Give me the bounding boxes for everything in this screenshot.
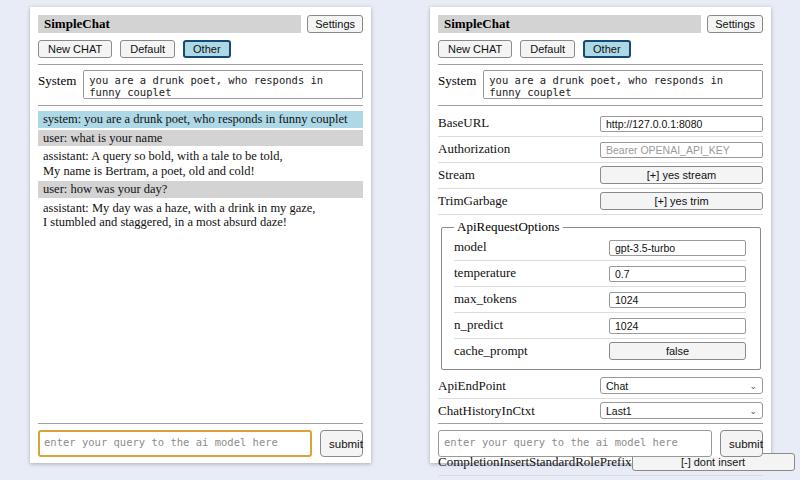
setting-row-stream: Stream [+] yes stream [438, 163, 763, 189]
system-label: System [438, 70, 476, 89]
max-tokens-label: max_tokens [454, 291, 517, 307]
chat-message-user: user: what is your name [38, 130, 363, 147]
divider [438, 423, 763, 424]
trimgarbage-toggle-button[interactable]: [+] yes trim [600, 192, 763, 210]
session-button-default[interactable]: Default [120, 40, 175, 58]
app-title: SimpleChat [438, 15, 701, 33]
cache-prompt-label: cache_prompt [454, 343, 528, 359]
divider [438, 105, 763, 106]
session-button-other[interactable]: Other [583, 40, 631, 58]
divider [438, 64, 763, 65]
api-request-options-fieldset: ApiRequestOptions model temperature max_… [441, 219, 761, 370]
model-label: model [454, 239, 487, 255]
setting-row-max-tokens: max_tokens [454, 287, 746, 313]
temperature-input[interactable] [609, 266, 746, 282]
baseurl-input[interactable] [600, 116, 763, 132]
submit-button[interactable]: submit [720, 430, 763, 457]
query-area: submit [38, 423, 363, 457]
app-header: SimpleChat Settings [438, 15, 763, 33]
api-endpoint-select[interactable]: Chat ⌄ [600, 377, 763, 394]
chat-log: system: you are a drunk poet, who respon… [38, 111, 363, 231]
settings-button[interactable]: Settings [307, 15, 363, 33]
submit-button[interactable]: submit [320, 430, 363, 457]
setting-row-cache-prompt: cache_prompt false [454, 339, 746, 364]
session-button-new-chat[interactable]: New CHAT [38, 40, 112, 58]
app-title: SimpleChat [38, 15, 301, 33]
authorization-input[interactable] [600, 142, 763, 158]
system-prompt-row: System you are a drunk poet, who respond… [438, 70, 763, 99]
query-input[interactable] [38, 430, 312, 457]
system-prompt-input[interactable]: you are a drunk poet, who responds in fu… [83, 70, 363, 99]
stream-label: Stream [438, 167, 475, 183]
chat-message-user: user: how was your day? [38, 181, 363, 198]
api-endpoint-label: ApiEndPoint [438, 378, 506, 394]
session-button-new-chat[interactable]: New CHAT [438, 40, 512, 58]
model-input[interactable] [609, 240, 746, 256]
chevron-down-icon: ⌄ [749, 407, 757, 415]
setting-row-baseurl: BaseURL [438, 111, 763, 137]
session-row: New CHAT Default Other [438, 40, 763, 58]
app-header: SimpleChat Settings [38, 15, 363, 33]
chat-message-assistant: assistant: My day was a haze, with a dri… [38, 200, 363, 231]
temperature-label: temperature [454, 265, 516, 281]
session-button-other[interactable]: Other [183, 40, 231, 58]
settings-panel: SimpleChat Settings New CHAT Default Oth… [430, 7, 771, 463]
n-predict-input[interactable] [609, 318, 746, 334]
chat-message-assistant: assistant: A query so bold, with a tale … [38, 148, 363, 179]
settings-button[interactable]: Settings [707, 15, 763, 33]
api-endpoint-selected-value: Chat [606, 380, 628, 392]
system-label: System [38, 70, 76, 89]
setting-row-model: model [454, 235, 746, 261]
chat-message-system: system: you are a drunk poet, who respon… [38, 111, 363, 128]
chat-history-label: ChatHistoryInCtxt [438, 403, 535, 419]
chat-history-selected-value: Last1 [606, 405, 632, 417]
setting-row-temperature: temperature [454, 261, 746, 287]
n-predict-label: n_predict [454, 317, 503, 333]
divider [38, 423, 363, 424]
trimgarbage-label: TrimGarbage [438, 193, 508, 209]
setting-row-trimgarbage: TrimGarbage [+] yes trim [438, 189, 763, 215]
session-button-default[interactable]: Default [520, 40, 575, 58]
system-prompt-input[interactable]: you are a drunk poet, who responds in fu… [483, 70, 763, 99]
chat-panel: SimpleChat Settings New CHAT Default Oth… [30, 7, 371, 463]
setting-row-n-predict: n_predict [454, 313, 746, 339]
chevron-down-icon: ⌄ [749, 382, 757, 390]
query-row: submit [38, 430, 363, 457]
authorization-label: Authorization [438, 141, 510, 157]
stream-toggle-button[interactable]: [+] yes stream [600, 166, 763, 184]
query-row: submit [438, 430, 763, 457]
api-request-options-legend: ApiRequestOptions [454, 219, 563, 235]
query-input[interactable] [438, 430, 712, 457]
setting-row-authorization: Authorization [438, 137, 763, 163]
max-tokens-input[interactable] [609, 292, 746, 308]
session-row: New CHAT Default Other [38, 40, 363, 58]
setting-row-chat-history: ChatHistoryInCtxt Last1 ⌄ [438, 399, 763, 424]
cache-prompt-toggle-button[interactable]: false [609, 342, 746, 360]
system-prompt-row: System you are a drunk poet, who respond… [38, 70, 363, 99]
divider [38, 105, 363, 106]
settings-list: BaseURL Authorization Stream [+] yes str… [438, 111, 763, 476]
chat-history-select[interactable]: Last1 ⌄ [600, 402, 763, 419]
divider [38, 64, 363, 65]
setting-row-api-endpoint: ApiEndPoint Chat ⌄ [438, 374, 763, 399]
baseurl-label: BaseURL [438, 115, 489, 131]
query-area: submit [438, 423, 763, 457]
